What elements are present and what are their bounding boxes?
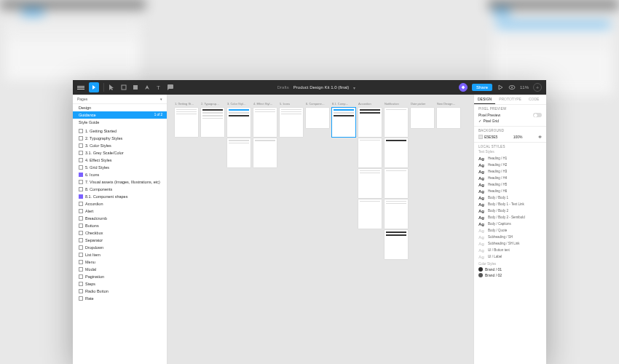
layer-item[interactable]: Separator xyxy=(73,237,167,244)
visibility-icon[interactable]: 👁 xyxy=(538,135,542,139)
canvas-frame[interactable] xyxy=(358,138,382,167)
canvas-frame[interactable] xyxy=(385,199,408,229)
canvas-frame[interactable] xyxy=(358,199,382,229)
frame-label[interactable]: 3. Color Styl… xyxy=(227,102,251,106)
frame-label[interactable]: 5. Icons xyxy=(280,102,303,106)
text-style-item[interactable]: AgBody / Body 2 xyxy=(478,207,542,214)
layer-item[interactable]: Buttons xyxy=(73,222,167,229)
canvas-frame[interactable] xyxy=(385,230,408,259)
frame-label[interactable]: Date picker xyxy=(411,102,434,106)
layer-item[interactable]: 5. Grid Styles xyxy=(73,164,167,171)
text-style-item[interactable]: AgHeading / H5 xyxy=(478,181,542,188)
shape-tool-icon[interactable] xyxy=(132,84,139,91)
layer-item[interactable]: List Item xyxy=(73,251,167,258)
layer-item[interactable]: Modal xyxy=(73,266,167,273)
canvas-frame[interactable] xyxy=(175,108,198,137)
layer-item[interactable]: 6. Icons xyxy=(73,171,167,178)
layer-item[interactable]: Accordion xyxy=(73,200,167,207)
text-style-item[interactable]: AgBody / Body 1 xyxy=(478,194,542,201)
comment-tool-icon[interactable] xyxy=(167,84,174,91)
view-icon[interactable] xyxy=(508,84,516,91)
canvas-frame[interactable] xyxy=(227,138,251,167)
title-area[interactable]: Drafts Product Design Kit 1.0 (final) ▾ xyxy=(178,85,454,90)
text-style-item[interactable]: AgSubheading / SH Link xyxy=(478,240,542,247)
layer-item[interactable]: 8. Components xyxy=(73,186,167,193)
frame-tool-icon[interactable] xyxy=(120,84,127,91)
frame-label[interactable]: 1. Getting St… xyxy=(175,102,198,106)
frame-label[interactable]: Notification xyxy=(385,102,408,106)
layer-item[interactable]: 7. Visual assets (Images, Illustrations,… xyxy=(73,178,167,186)
canvas-frame[interactable] xyxy=(253,138,277,167)
layer-item[interactable]: Dropdown xyxy=(73,244,167,251)
frame-label[interactable]: Accordion xyxy=(358,102,382,106)
text-style-item[interactable]: AgHeading / H2 xyxy=(478,162,542,168)
canvas-frame[interactable] xyxy=(385,138,408,167)
page-item[interactable]: Design xyxy=(73,104,167,111)
text-style-item[interactable]: AgUI / Button text xyxy=(478,247,542,253)
inspector-tab[interactable]: CODE xyxy=(525,95,543,104)
text-style-item[interactable]: AgSubheading / SH xyxy=(478,234,542,240)
pen-tool-icon[interactable] xyxy=(143,84,151,91)
layer-item[interactable]: Radio Button xyxy=(73,288,167,295)
frame-label[interactable]: 2. Typograp… xyxy=(201,102,224,106)
canvas-frame[interactable] xyxy=(227,108,251,137)
zoom-display[interactable]: 11% xyxy=(520,85,529,90)
canvas-frame[interactable] xyxy=(332,108,355,137)
layer-item[interactable]: Pagination xyxy=(73,273,167,280)
bg-opacity[interactable]: 100% xyxy=(513,135,523,139)
inspector-tab[interactable]: DESIGN xyxy=(474,95,495,104)
layer-item[interactable]: 3.1. Grey Scale/Color xyxy=(73,149,167,157)
inspector-tab[interactable]: PROTOTYPE xyxy=(495,95,525,104)
add-button[interactable]: + xyxy=(533,83,542,92)
canvas-frame[interactable] xyxy=(358,108,382,137)
frame-label[interactable]: 6. Compone… xyxy=(306,102,329,106)
canvas-frame[interactable] xyxy=(385,169,408,198)
share-button[interactable]: Share xyxy=(472,84,492,91)
text-tool-icon[interactable]: T xyxy=(155,84,162,91)
present-icon[interactable] xyxy=(497,84,504,91)
canvas-frame[interactable] xyxy=(306,108,329,128)
canvas[interactable]: 1. Getting St…2. Typograp…3. Color Styl…… xyxy=(167,95,473,364)
layer-item[interactable]: 8.1. Component shapes xyxy=(73,193,167,200)
canvas-frame[interactable] xyxy=(358,169,382,198)
color-style-item[interactable]: Brand / 02 xyxy=(478,272,542,278)
text-style-item[interactable]: AgBody / Body 2 - Semibold xyxy=(478,214,542,221)
text-style-item[interactable]: AgBody / Quote xyxy=(478,227,542,234)
layer-item[interactable]: 3. Color Styles xyxy=(73,142,167,149)
frame-label[interactable]: 8.1. Comp… xyxy=(332,102,355,106)
menu-icon[interactable] xyxy=(77,84,84,91)
canvas-frame[interactable] xyxy=(437,108,460,128)
layer-item[interactable]: Alert xyxy=(73,207,167,215)
color-style-item[interactable]: Brand / 01 xyxy=(478,266,542,272)
layer-item[interactable]: 2. Typography Styles xyxy=(73,135,167,142)
canvas-frame[interactable] xyxy=(201,108,224,137)
text-style-item[interactable]: AgBody / Captions xyxy=(478,221,542,227)
canvas-frame[interactable] xyxy=(411,108,434,128)
page-item[interactable]: Style Guide xyxy=(73,119,167,126)
layer-item[interactable]: Breadcrumb xyxy=(73,215,167,222)
layer-item[interactable]: 1. Getting Started xyxy=(73,127,167,135)
page-item[interactable]: Guidance1 of 2 xyxy=(73,111,167,119)
pixel-preview-toggle[interactable] xyxy=(533,113,542,117)
bg-hex[interactable]: E5E5E5 xyxy=(484,135,497,139)
play-button[interactable] xyxy=(89,82,99,92)
text-style-item[interactable]: AgHeading / H4 xyxy=(478,175,542,181)
bg-color-chip[interactable] xyxy=(478,135,483,139)
frame-label[interactable]: 4. Effect Styl… xyxy=(253,102,277,106)
pages-header[interactable]: Pages ▾ xyxy=(73,95,167,104)
canvas-frame[interactable] xyxy=(280,108,303,137)
canvas-frame[interactable] xyxy=(385,108,408,137)
text-style-item[interactable]: AgHeading / H1 xyxy=(478,155,542,162)
layer-item[interactable]: Menu xyxy=(73,258,167,266)
move-tool-icon[interactable] xyxy=(109,84,116,91)
text-style-item[interactable]: AgHeading / H6 xyxy=(478,188,542,194)
layer-item[interactable]: Rate xyxy=(73,295,167,302)
layer-item[interactable]: Steps xyxy=(73,280,167,288)
text-style-item[interactable]: AgBody / Body 1 - Text Link xyxy=(478,201,542,207)
layer-item[interactable]: Checkbox xyxy=(73,229,167,237)
component-button[interactable] xyxy=(459,83,468,92)
text-style-item[interactable]: AgUI / Label xyxy=(478,253,542,260)
canvas-frame[interactable] xyxy=(253,108,277,137)
layer-item[interactable]: 4. Effect Styles xyxy=(73,157,167,164)
text-style-item[interactable]: AgHeading / H3 xyxy=(478,168,542,175)
